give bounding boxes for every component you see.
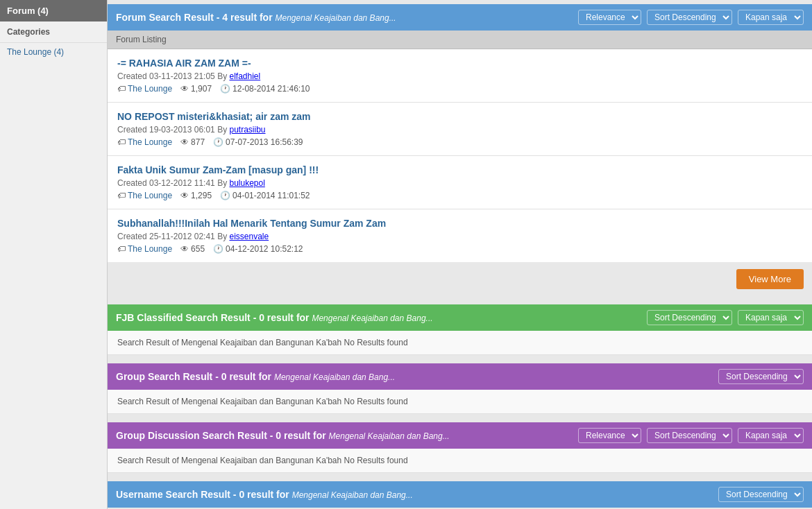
tag-icon: 🏷 bbox=[117, 137, 126, 147]
group-discussion-no-results: Search Result of Mengenal Keajaiban dan … bbox=[108, 449, 812, 473]
table-row: Fakta Unik Sumur Zam-Zam [masup gan] !!!… bbox=[108, 156, 812, 209]
table-row: -= RAHASIA AIR ZAM ZAM =- Created 03-11-… bbox=[108, 49, 812, 103]
post-title-4: Subhanallah!!!Inilah Hal Menarik Tentang… bbox=[117, 218, 802, 229]
post-author-2[interactable]: putrasiibu bbox=[229, 125, 265, 135]
post-link-4[interactable]: Subhanallah!!!Inilah Hal Menarik Tentang… bbox=[117, 218, 386, 229]
group-discussion-when-select[interactable]: Kapan saja bbox=[738, 428, 804, 443]
username-search-header: Username Search Result - 0 result for Me… bbox=[108, 481, 812, 508]
forum-search-title: Forum Search Result - 4 result for Menge… bbox=[116, 12, 396, 23]
sidebar: Forum (4) Categories The Lounge (4) bbox=[0, 0, 108, 509]
clock-icon: 🕐 bbox=[213, 137, 223, 147]
clock-icon: 🕐 bbox=[213, 244, 223, 254]
forum-search-controls: Relevance Sort Descending Kapan saja bbox=[578, 10, 804, 25]
post-title-1: -= RAHASIA AIR ZAM ZAM =- bbox=[117, 58, 802, 69]
tag-icon: 🏷 bbox=[117, 191, 126, 200]
post-tags-4: 🏷The Lounge 👁655 🕐04-12-2012 10:52:12 bbox=[117, 244, 802, 254]
post-author-4[interactable]: eissenvale bbox=[229, 232, 269, 241]
fjb-search-controls: Sort Descending Kapan saja bbox=[647, 310, 804, 325]
view-icon: 👁 bbox=[180, 244, 189, 254]
post-tag-link-3[interactable]: The Lounge bbox=[128, 191, 172, 200]
main-content: Forum Search Result - 4 result for Menge… bbox=[108, 0, 812, 509]
group-discussion-search-controls: Relevance Sort Descending Kapan saja bbox=[578, 428, 804, 443]
sidebar-categories-label: Categories bbox=[0, 21, 107, 43]
fjb-search-title: FJB Classified Search Result - 0 result … bbox=[116, 312, 433, 323]
group-no-results: Search Result of Mengenal Keajaiban dan … bbox=[108, 390, 812, 414]
group-discussion-search-title: Group Discussion Search Result - 0 resul… bbox=[116, 430, 450, 441]
group-search-title: Group Search Result - 0 result for Menge… bbox=[116, 371, 395, 382]
the-lounge-link[interactable]: The Lounge (4) bbox=[7, 47, 64, 57]
tag-icon: 🏷 bbox=[117, 84, 126, 94]
post-author-3[interactable]: bulukepol bbox=[229, 178, 264, 188]
clock-icon: 🕐 bbox=[220, 84, 230, 94]
post-meta-1: Created 03-11-2013 21:05 By elfadhiel bbox=[117, 71, 802, 81]
username-search-controls: Sort Descending bbox=[718, 487, 804, 502]
view-icon: 👁 bbox=[180, 84, 189, 94]
forum-search-section: Forum Search Result - 4 result for Menge… bbox=[108, 4, 812, 296]
posts-container: -= RAHASIA AIR ZAM ZAM =- Created 03-11-… bbox=[108, 49, 812, 262]
post-title-3: Fakta Unik Sumur Zam-Zam [masup gan] !!! bbox=[117, 164, 802, 175]
username-search-section: Username Search Result - 0 result for Me… bbox=[108, 481, 812, 508]
fjb-when-select[interactable]: Kapan saja bbox=[738, 310, 804, 325]
group-search-section: Group Search Result - 0 result for Menge… bbox=[108, 363, 812, 414]
group-search-header: Group Search Result - 0 result for Menge… bbox=[108, 363, 812, 390]
sidebar-title: Forum (4) bbox=[0, 0, 107, 21]
table-row: NO REPOST misteri&khasiat; air zam zam C… bbox=[108, 103, 812, 156]
post-tag-link-4[interactable]: The Lounge bbox=[128, 244, 172, 254]
table-row: Subhanallah!!!Inilah Hal Menarik Tentang… bbox=[108, 209, 812, 262]
post-meta-4: Created 25-11-2012 02:41 By eissenvale bbox=[117, 232, 802, 241]
group-search-controls: Sort Descending bbox=[718, 369, 804, 384]
forum-relevance-select[interactable]: Relevance bbox=[578, 10, 641, 25]
post-title-2: NO REPOST misteri&khasiat; air zam zam bbox=[117, 111, 802, 122]
post-link-1[interactable]: -= RAHASIA AIR ZAM ZAM =- bbox=[117, 58, 251, 69]
forum-search-header: Forum Search Result - 4 result for Menge… bbox=[108, 4, 812, 31]
group-discussion-search-header: Group Discussion Search Result - 0 resul… bbox=[108, 422, 812, 449]
view-more-button[interactable]: View More bbox=[736, 269, 804, 289]
post-link-2[interactable]: NO REPOST misteri&khasiat; air zam zam bbox=[117, 111, 311, 122]
post-tag-link-2[interactable]: The Lounge bbox=[128, 137, 172, 147]
post-tag-link-1[interactable]: The Lounge bbox=[128, 84, 172, 94]
post-link-3[interactable]: Fakta Unik Sumur Zam-Zam [masup gan] !!! bbox=[117, 164, 319, 175]
fjb-sort-select[interactable]: Sort Descending bbox=[647, 310, 732, 325]
forum-when-select[interactable]: Kapan saja bbox=[738, 10, 804, 25]
username-sort-select[interactable]: Sort Descending bbox=[718, 487, 804, 502]
group-discussion-sort-select[interactable]: Sort Descending bbox=[647, 428, 732, 443]
group-discussion-search-section: Group Discussion Search Result - 0 resul… bbox=[108, 422, 812, 473]
post-meta-2: Created 19-03-2013 06:01 By putrasiibu bbox=[117, 125, 802, 135]
post-author-1[interactable]: elfadhiel bbox=[229, 71, 260, 81]
forum-sort-select[interactable]: Sort Descending bbox=[647, 10, 732, 25]
view-icon: 👁 bbox=[180, 191, 189, 200]
clock-icon: 🕐 bbox=[220, 191, 230, 200]
fjb-search-header: FJB Classified Search Result - 0 result … bbox=[108, 304, 812, 331]
post-tags-3: 🏷The Lounge 👁1,295 🕐04-01-2014 11:01:52 bbox=[117, 191, 802, 200]
post-meta-3: Created 03-12-2012 11:41 By bulukepol bbox=[117, 178, 802, 188]
fjb-search-section: FJB Classified Search Result - 0 result … bbox=[108, 304, 812, 355]
group-sort-select[interactable]: Sort Descending bbox=[718, 369, 804, 384]
post-tags-2: 🏷The Lounge 👁877 🕐07-07-2013 16:56:39 bbox=[117, 137, 802, 147]
view-icon: 👁 bbox=[180, 137, 189, 147]
group-discussion-relevance-select[interactable]: Relevance bbox=[578, 428, 641, 443]
username-search-title: Username Search Result - 0 result for Me… bbox=[116, 489, 413, 500]
fjb-no-results: Search Result of Mengenal Keajaiban dan … bbox=[108, 331, 812, 355]
view-more-container: View More bbox=[108, 262, 812, 296]
post-tags-1: 🏷The Lounge 👁1,907 🕐12-08-2014 21:46:10 bbox=[117, 84, 802, 94]
tag-icon: 🏷 bbox=[117, 244, 126, 254]
forum-listing-bar: Forum Listing bbox=[108, 31, 812, 49]
sidebar-item-the-lounge[interactable]: The Lounge (4) bbox=[0, 43, 107, 61]
